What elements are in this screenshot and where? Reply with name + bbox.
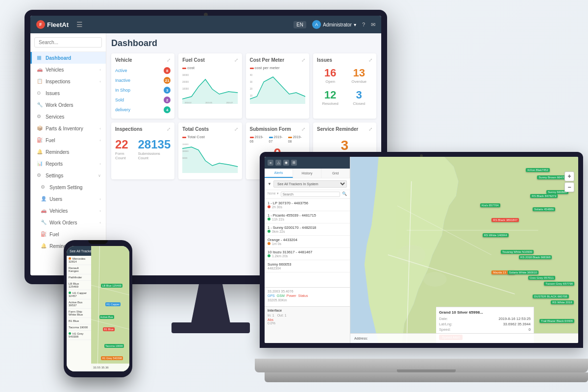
tracker-item-3[interactable]: 1 - Sunny 0200170 - 4482018 0km 22s [265,223,350,236]
search-icon[interactable]: 🔍 [342,192,347,197]
abs-label: Abs [268,318,347,321]
map-marker-rs-black-38[interactable]: RS Black 3891847 [491,218,519,222]
sidebar-item-system[interactable]: ⚙ System Setting [30,181,106,193]
sidebar-item-fuel[interactable]: ⛽ Fuel ‹ [30,134,106,146]
total-costs-expand[interactable]: ⤢ [234,126,238,132]
map-marker-touareg[interactable]: Touareg White N10900 [501,250,534,254]
service-reminder-value: 3 [317,138,372,153]
phone-tracker-2[interactable]: Ranault Kangoo [67,265,91,274]
tracker-item-1[interactable]: 1 - LP 307370 - 4483756 2h 30s [265,199,350,211]
sidebar-label-vehicles2: Vehicles [49,208,68,214]
sidebar-item-vehicles2[interactable]: 🚗 Vehicles ‹ [30,205,106,217]
help-icon[interactable]: ? [362,22,365,27]
abs-value: 0.0% [268,321,347,325]
vehicle-status-inactive[interactable]: Inactive 21 [115,75,171,85]
language-selector[interactable]: EN [294,21,306,28]
sidebar-item-workorders2[interactable]: 🔧 Work Orders ‹ [30,217,106,228]
cpm-legend-label: cost per meter [255,66,280,70]
map-marker-rs-black-84[interactable]: RS Black 8476273 [530,194,558,198]
map-marker-tucson[interactable]: Tucson Grey 657790 [544,282,574,286]
phone-tracker-9[interactable]: Tacoma 19000 [67,324,91,331]
service-reminder-expand[interactable]: ⤢ [368,126,372,132]
map-marker-civic[interactable]: Civic Grey 057011 [528,276,555,280]
sidebar-item-parts[interactable]: 📦 Parts & Inventory ‹ [30,122,106,134]
map-alert-icon[interactable]: △ [275,160,281,166]
sidebar-item-services[interactable]: ⚙ Services [30,111,106,122]
sidebar-item-workorders[interactable]: 🔧 Work Orders [30,99,106,111]
map-grid-icon[interactable]: ⊞ [291,160,297,166]
map-tab-history[interactable]: History [293,169,321,178]
reports-chevron: ‹ [99,162,101,166]
map-marker-duster[interactable]: DUSTER BLACK 660708 [533,294,569,298]
zoom-in-button[interactable]: + [564,172,574,181]
sidebar-label-workorders: Work Orders [46,102,74,108]
map-history-icon[interactable]: ◉ [283,160,289,166]
sidebar-item-users[interactable]: 👤 Users ‹ [30,193,106,205]
hamburger-button[interactable]: ☰ [76,21,83,28]
phone-tracker-7[interactable]: Farm Ship White Blue [67,309,91,318]
tracker-filter-select[interactable]: See All Trackers In System [273,180,347,188]
sidebar-item-reminders[interactable]: 🔔 Reminders [30,146,106,158]
map-tab-alerts[interactable]: Alerts [265,169,293,178]
search-input[interactable] [34,37,102,48]
sidebar-item-inspections[interactable]: 📋 Inspections ‹ [30,75,106,87]
sidebar-item-vehicles[interactable]: 🚗 Vehicles ‹ [30,64,106,75]
workorders2-icon: 🔧 [41,220,47,225]
detail-panel-title: Grand 10 Silver 65998... [439,310,531,315]
submission-expand[interactable]: ⤢ [301,126,305,132]
phone-tracker-5[interactable]: H1 Capper 32457 [67,290,91,299]
phone-notch [88,240,108,244]
vehicle-card: Vehicle ⤢ Active 8 Inactive 21 [111,53,174,119]
map-marker-kias[interactable]: Kia's 657704 [480,203,500,207]
reminders2-icon: 🔔 [41,243,47,249]
phone-marker-4: B1 Blue [103,327,114,331]
cpm-expand[interactable]: ⤢ [301,57,305,63]
map-tab-grid[interactable]: Grid [321,169,350,178]
users-chevron: ‹ [99,197,101,201]
sidebar-item-reports[interactable]: 📊 Reports ‹ [30,158,106,170]
vehicle-status-delivery[interactable]: delivery 4 [115,105,171,115]
fuel-cost-expand[interactable]: ⤢ [234,57,238,63]
phone-tracker-6[interactable]: Active Bus 39537 [67,299,91,309]
vehicle-status-sold[interactable]: Sold 2 [115,95,171,105]
map-marker-sunny-brown[interactable]: Sunny Brown 664708 [537,175,568,179]
phone-tracker-8[interactable]: B1 Blue [67,318,91,324]
sidebar-item-settings[interactable]: ⚙ Settings ∨ [30,170,106,181]
tracker-item-6[interactable]: Sunny 660053 4482304 [265,260,350,272]
tracker-item-2[interactable]: 1 - Picanto 455039 - 4481715 11h 22s [265,211,350,223]
admin-menu[interactable]: A Administrator ▾ [312,20,356,29]
sidebar-label-settings: Settings [46,173,63,178]
map-marker-xixon[interactable]: XiXon Blak7452 [526,168,550,172]
vehicle-status-inshop[interactable]: In Shop 3 [115,85,171,95]
map-marker-rs-white-2018[interactable]: RS White 2018 [551,300,573,304]
tracker-item-5[interactable]: 10 Isuzu 313617 - 4481467 1.2km 20s [265,248,350,260]
map-marker-trail-blazer[interactable]: Trail Blazer Black 64406 [539,319,574,323]
phone-marker-3: Active Bus [99,315,114,319]
sidebar-item-fuel2[interactable]: ⛽ Fuel [30,228,106,240]
vehicle-expand-icon[interactable]: ⤢ [167,57,171,63]
map-marker-solaris[interactable]: Solaris White 360010 [508,270,539,274]
tracker-item-4[interactable]: Orange - 4433204 1m 0s [265,236,350,248]
map-marker-rs-white[interactable]: RS White 146844 [483,233,509,237]
map-menu-icon[interactable]: ≡ [268,160,273,166]
inspections-expand[interactable]: ⤢ [167,126,171,132]
svg-text:20: 20 [250,88,253,90]
phone-tracker-3[interactable]: Pathfinder [67,274,91,281]
admin-avatar: A [312,20,321,29]
detail-coords-label: 33.2063 35.4076 [268,290,347,293]
tracker-search-input[interactable] [281,192,340,197]
sidebar-item-issues[interactable]: ⊙ Issues [30,87,106,99]
sidebar-item-dashboard[interactable]: ▦ Dashboard [30,52,106,64]
map-marker-solaris454[interactable]: Solaris 454886 [533,207,555,211]
resolved-label: Resolved [319,101,342,106]
mail-icon[interactable]: ✉ [371,22,375,28]
phone-coords: 33.55 35.36 [93,366,109,369]
sidebar-label-users: Users [49,196,62,202]
zoom-out-button[interactable]: − [564,182,574,192]
phone-tracker-10[interactable]: H1 Grey 540398 [67,331,91,340]
phone-tracker-1[interactable]: Mercedes 32814 [67,256,91,265]
phone-tracker-4[interactable]: LB Blue 125469 [67,281,91,290]
map-marker-rs2018[interactable]: RS 2018 Black 668368 [519,255,552,259]
vehicle-status-active[interactable]: Active 8 [115,66,171,75]
issues-expand[interactable]: ⤢ [368,57,372,63]
